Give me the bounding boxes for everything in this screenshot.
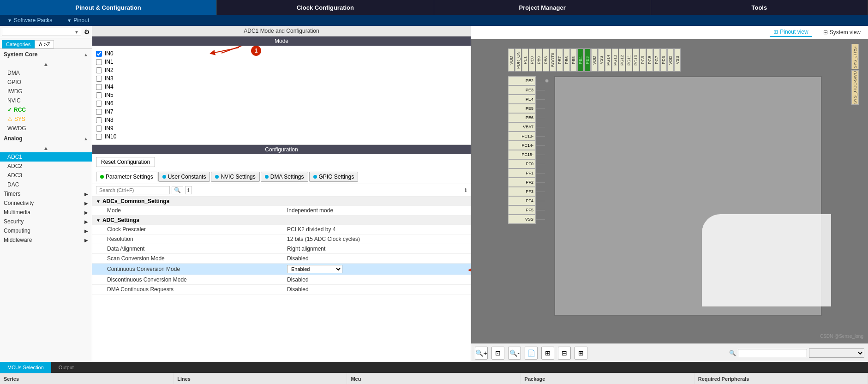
sidebar-item-rcc[interactable]: ✓RCC [0, 105, 92, 114]
checkbox-in1[interactable]: IN1 [96, 58, 467, 66]
checkbox-in3-input[interactable] [96, 76, 102, 82]
sidebar-item-sys[interactable]: ⚠SYS [0, 114, 92, 124]
settings-value-continuous-conversion[interactable]: Enabled Disabled [287, 265, 467, 273]
info-icon[interactable]: ℹ [185, 186, 192, 194]
settings-group-header-adc[interactable]: ▼ ADC_Settings [92, 216, 471, 225]
pin-vss2[interactable]: VSS [674, 48, 681, 72]
pin-pb6[interactable]: PB6 [563, 48, 570, 72]
export-btn[interactable]: 📄 [525, 347, 538, 360]
sidebar-item-multimedia[interactable]: Multimedia ▶ [0, 208, 92, 217]
sidebar-item-gpio[interactable]: GPIO [0, 78, 92, 87]
checkbox-in8-input[interactable] [96, 117, 102, 123]
pin-label-pe4b[interactable]: PE4 [508, 95, 536, 104]
layout-btn[interactable]: ⊞ [541, 347, 554, 360]
pin-label-pc14[interactable]: PC14- [508, 141, 536, 150]
pin-pg7[interactable]: PG7 [653, 48, 660, 72]
pin-pe4[interactable]: PE4 [577, 48, 584, 72]
pin-label-vbat[interactable]: VBAT [508, 122, 536, 132]
sidebar-item-timers[interactable]: Timers ▶ [0, 189, 92, 198]
pin-label-pf0[interactable]: PF0 [508, 159, 536, 168]
pin-label-pe6[interactable]: PE6 [508, 113, 536, 122]
tab-user-constants[interactable]: User Constants [158, 172, 210, 182]
pin-pb5[interactable]: PB5 [570, 48, 577, 72]
nav-project-manager[interactable]: Project Manager [434, 0, 651, 15]
sidebar-item-dma[interactable]: DMA [0, 68, 92, 78]
checkbox-in2-input[interactable] [96, 67, 102, 73]
pin-pg13[interactable]: PG13 [612, 48, 618, 72]
pin-pe3[interactable]: PE3 [584, 48, 591, 72]
sidebar-item-nvic[interactable]: NVIC [0, 96, 92, 105]
sidebar-search-input[interactable] [4, 29, 74, 35]
sidebar-item-adc3[interactable]: ADC3 [0, 171, 92, 180]
pin-pe1[interactable]: PE1 [522, 48, 528, 72]
nav-pinout-config[interactable]: Pinout & Configuration [0, 0, 217, 15]
pin-pb9[interactable]: PB9 [536, 48, 542, 72]
sidebar-item-security[interactable]: Security ▶ [0, 217, 92, 226]
checkbox-in5-input[interactable] [96, 92, 102, 98]
fit-view-btn[interactable]: ⊡ [491, 347, 504, 360]
checkbox-in4[interactable]: IN4 [96, 83, 467, 91]
pin-pg9[interactable]: PG9 [640, 48, 646, 72]
tab-gpio-settings[interactable]: GPIO Settings [309, 172, 359, 182]
pin-vdd3[interactable]: VDD [667, 48, 674, 72]
pin-pb7[interactable]: PB7 [557, 48, 563, 72]
grid-btn[interactable]: ⊞ [575, 347, 587, 360]
pin-pg14[interactable]: PG14 [605, 48, 611, 72]
sidebar-item-computing[interactable]: Computing ▶ [0, 226, 92, 235]
sidebar-section-header-system-core[interactable]: System Core ▲ [0, 49, 92, 60]
pin-pg11[interactable]: PG11 [626, 48, 632, 72]
tab-nvic-settings[interactable]: NVIC Settings [211, 172, 259, 182]
info-button[interactable]: ℹ [465, 187, 467, 193]
settings-group-header-adc-common[interactable]: ▼ ADCs_Common_Settings [92, 197, 471, 206]
zoom-in-btn[interactable]: 🔍+ [475, 347, 488, 360]
sidebar-item-adc2[interactable]: ADC2 [0, 162, 92, 171]
checkbox-in4-input[interactable] [96, 84, 102, 90]
pin-pe0[interactable]: PE0 [529, 48, 535, 72]
subnav-pinout[interactable]: ▼ Pinout [60, 15, 96, 26]
tab-atoz[interactable]: A->Z [35, 40, 54, 48]
split-btn[interactable]: ⊟ [558, 347, 571, 360]
checkbox-in0[interactable]: IN0 [96, 49, 467, 58]
checkbox-in9[interactable]: IN9 [96, 124, 467, 132]
checkbox-in2[interactable]: IN2 [96, 66, 467, 74]
pin-label-pe5[interactable]: PE5 [508, 104, 536, 113]
checkbox-in0-input[interactable] [96, 51, 102, 57]
pin-pg10[interactable]: PG10 [633, 48, 639, 72]
pin-label-pf5[interactable]: PF5 [508, 205, 536, 215]
sidebar-item-wwdg[interactable]: WWDG [0, 124, 92, 133]
checkbox-in1-input[interactable] [96, 59, 102, 65]
gear-icon[interactable]: ⚙ [84, 28, 90, 36]
pin-vss[interactable]: VSS [598, 48, 605, 72]
tab-parameter-settings[interactable]: Parameter Settings [96, 172, 157, 182]
bottom-tab-output[interactable]: Output [51, 362, 81, 373]
sidebar-item-dac[interactable]: DAC [0, 180, 92, 189]
sidebar-item-adc1[interactable]: ADC1 [0, 152, 92, 162]
subnav-software-packs[interactable]: ▼ Software Packs [0, 15, 60, 26]
zoom-out-btn[interactable]: 🔍- [508, 347, 521, 360]
pin-pb8[interactable]: PB8 [543, 48, 549, 72]
pin-label-pf1[interactable]: PF1 [508, 168, 536, 178]
pin-label-pc15[interactable]: PC15- [508, 150, 536, 159]
chip-view-select[interactable] [809, 348, 864, 358]
sidebar-section-header-analog[interactable]: Analog ▲ [0, 133, 92, 144]
nav-tools[interactable]: Tools [651, 0, 868, 15]
pin-boot0[interactable]: BOOT0 [550, 48, 556, 72]
pin-label-pc13[interactable]: PC13- [508, 132, 536, 141]
config-search-input[interactable] [96, 186, 170, 194]
pinout-view-btn[interactable]: ⊞ Pinout view [770, 28, 812, 37]
pin-label-pf4[interactable]: PF4 [508, 196, 536, 205]
system-view-btn[interactable]: ⊟ System view [820, 28, 864, 36]
pin-label-pf2[interactable]: PF2 [508, 178, 536, 187]
bottom-tab-mcus[interactable]: MCUs Selection [0, 362, 51, 373]
reset-config-button[interactable]: Reset Configuration [96, 157, 155, 167]
pin-label-pe2[interactable]: PE2 [508, 76, 536, 85]
pin-label-vss3[interactable]: VSS [508, 215, 536, 224]
tab-dma-settings[interactable]: DMA Settings [261, 172, 308, 182]
search-icon[interactable]: 🔍 [172, 186, 183, 194]
nav-clock-config[interactable]: Clock Configuration [217, 0, 434, 15]
checkbox-in7-input[interactable] [96, 109, 102, 115]
checkbox-in10[interactable]: IN10 [96, 132, 467, 141]
checkbox-in10-input[interactable] [96, 134, 102, 140]
checkbox-in3[interactable]: IN3 [96, 74, 467, 83]
scroll-up-btn[interactable]: ▲ [0, 60, 92, 68]
